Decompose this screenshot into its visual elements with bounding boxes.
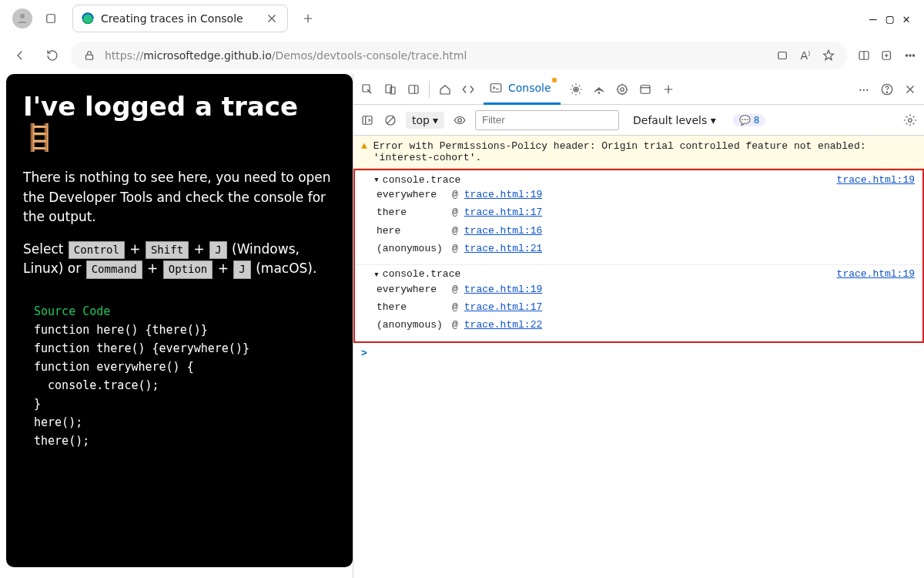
stack-function: here	[377, 222, 446, 240]
log-levels-dropdown[interactable]: Default levels ▾	[633, 114, 716, 126]
device-toggle-icon[interactable]	[383, 82, 398, 97]
url-path: /Demos/devtools-console/trace.html	[272, 49, 467, 62]
minimize-button[interactable]: —	[869, 12, 877, 26]
application-tab-icon[interactable]	[638, 82, 653, 97]
source-block: Source Code function here() {there()} fu…	[23, 291, 336, 461]
key-command: Command	[86, 260, 142, 279]
svg-point-23	[886, 92, 887, 92]
favorite-icon[interactable]	[821, 48, 836, 63]
issues-icon: 💬	[739, 115, 751, 126]
close-window-button[interactable]: ✕	[902, 12, 910, 26]
chevron-down-icon: ▾	[433, 114, 438, 126]
stack-location-link[interactable]: trace.html:16	[464, 222, 542, 240]
disclosure-triangle-icon[interactable]: ▾	[373, 268, 380, 281]
console-prompt[interactable]: >	[353, 343, 924, 364]
stack-frame: (anonymous)@trace.html:22	[373, 316, 915, 334]
elements-tab-icon[interactable]	[460, 82, 476, 97]
svg-rect-14	[490, 84, 501, 92]
key-j: J	[209, 241, 226, 260]
trace-label: console.trace	[383, 174, 460, 186]
url-host: microsoftedge.github.io	[143, 49, 272, 62]
titlebar: Creating traces in Console — ▢ ✕	[0, 0, 924, 37]
svg-point-0	[20, 14, 25, 18]
stack-function: there	[377, 203, 446, 221]
source-code: function here() {there()} function there…	[34, 323, 249, 448]
stack-at: @	[452, 281, 458, 298]
page-intro: There is nothing to see here, you need t…	[23, 168, 336, 227]
stack-at: @	[452, 240, 458, 257]
add-tab-icon[interactable]	[661, 82, 676, 97]
context-selector[interactable]: top ▾	[406, 112, 444, 129]
close-tab-icon[interactable]	[264, 11, 280, 26]
svg-rect-3	[86, 55, 93, 59]
stack-function: there	[377, 298, 446, 316]
tab-actions-button[interactable]	[37, 5, 65, 32]
stack-location-link[interactable]: trace.html:22	[464, 316, 542, 334]
stack-frame: there@trace.html:17	[373, 203, 915, 221]
help-icon[interactable]	[879, 82, 895, 97]
issues-counter[interactable]: 💬 8	[733, 114, 766, 126]
url-bar[interactable]: https:// microsoftedge.github.io /Demos/…	[71, 42, 847, 69]
collections-icon[interactable]	[879, 48, 895, 63]
network-tab-icon[interactable]	[591, 82, 607, 97]
filter-input[interactable]	[475, 110, 619, 130]
performance-tab-icon[interactable]	[614, 82, 630, 97]
console-toolbar: top ▾ Default levels ▾ 💬 8	[353, 105, 924, 136]
welcome-tab-icon[interactable]	[437, 82, 453, 97]
console-tab[interactable]: Console	[484, 74, 561, 105]
key-shift: Shift	[146, 241, 189, 260]
stack-location-link[interactable]: trace.html:19	[464, 186, 542, 203]
refresh-button[interactable]	[38, 42, 66, 69]
browser-tab[interactable]: Creating traces in Console	[72, 5, 288, 32]
clear-console-icon[interactable]	[383, 113, 398, 128]
app-install-icon[interactable]	[775, 48, 790, 63]
read-aloud-icon[interactable]: A⁾	[798, 48, 813, 63]
source-title: Source Code	[34, 304, 110, 318]
key-j-mac: J	[233, 260, 250, 279]
stack-frame: (anonymous)@trace.html:21	[373, 240, 915, 257]
svg-rect-4	[778, 52, 787, 59]
split-screen-icon[interactable]	[856, 48, 872, 63]
svg-point-26	[458, 118, 462, 122]
dock-side-icon[interactable]	[406, 82, 421, 97]
svg-point-20	[620, 87, 624, 91]
stack-frame: here@trace.html:16	[373, 222, 915, 240]
stack-function: (anonymous)	[377, 316, 446, 334]
svg-point-19	[618, 85, 627, 94]
stack-at: @	[452, 316, 458, 334]
new-tab-button[interactable]	[294, 5, 322, 32]
stack-location-link[interactable]: trace.html:17	[464, 203, 542, 221]
devtools-more-icon[interactable]: ⋯	[856, 82, 872, 97]
back-button[interactable]	[6, 42, 34, 69]
svg-point-17	[574, 88, 576, 89]
stack-at: @	[452, 186, 458, 203]
svg-point-8	[909, 55, 911, 56]
page-heading-text: I've logged a trace	[23, 91, 298, 122]
stack-location-link[interactable]: trace.html:19	[464, 281, 542, 298]
console-icon	[488, 80, 504, 96]
trace-source-link[interactable]: trace.html:19	[837, 268, 915, 280]
page-body: I've logged a trace 🪜 There is nothing t…	[6, 74, 353, 567]
close-devtools-icon[interactable]	[902, 82, 918, 97]
inspect-icon[interactable]	[360, 82, 375, 97]
devtools-panel: Console ⋯ top ▾	[353, 74, 924, 578]
sources-tab-icon[interactable]	[568, 82, 584, 97]
live-expression-icon[interactable]	[452, 113, 467, 128]
maximize-button[interactable]: ▢	[886, 12, 894, 26]
profile-avatar[interactable]	[12, 8, 32, 29]
stack-at: @	[452, 298, 458, 316]
stack-function: everywhere	[377, 186, 446, 203]
warning-text: Error with Permissions-Policy header: Or…	[373, 140, 916, 163]
key-option: Option	[163, 260, 213, 279]
stack-location-link[interactable]: trace.html:21	[464, 240, 542, 257]
disclosure-triangle-icon[interactable]: ▾	[373, 173, 380, 186]
stack-frame: everywhere@trace.html:19	[373, 281, 915, 298]
warning-icon: ▲	[361, 140, 367, 152]
more-icon[interactable]	[902, 48, 918, 63]
toggle-sidebar-icon[interactable]	[360, 113, 375, 128]
stack-location-link[interactable]: trace.html:17	[464, 298, 542, 316]
console-warning: ▲ Error with Permissions-Policy header: …	[353, 136, 924, 169]
stack-frame: everywhere@trace.html:19	[373, 186, 915, 203]
trace-source-link[interactable]: trace.html:19	[837, 174, 915, 186]
console-settings-icon[interactable]	[902, 113, 918, 128]
